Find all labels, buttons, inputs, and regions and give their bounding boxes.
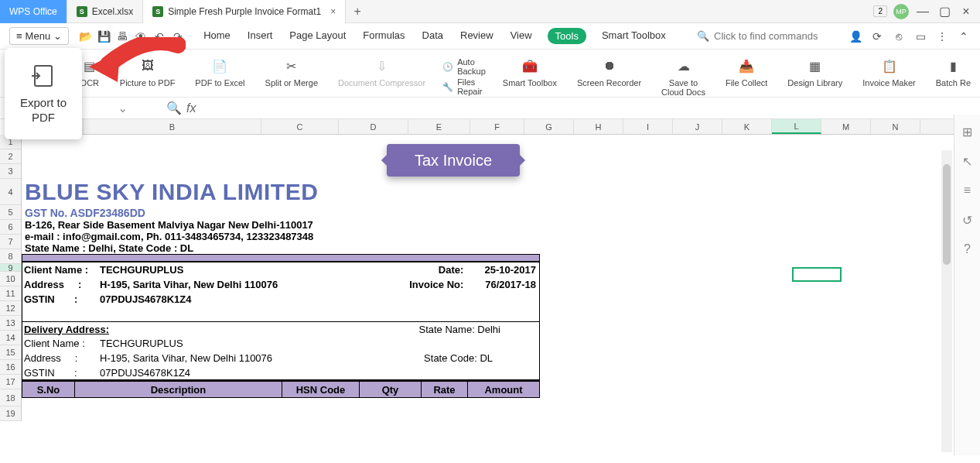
app-tab[interactable]: WPS Office: [0, 0, 67, 23]
panel-settings-icon[interactable]: ⊞: [960, 124, 975, 139]
row-header-19[interactable]: 19: [0, 406, 21, 421]
col-header-I[interactable]: I: [623, 119, 673, 134]
notification-badge[interactable]: 2: [873, 5, 887, 17]
col-header-H[interactable]: H: [574, 119, 623, 134]
open-icon[interactable]: 📂: [78, 29, 92, 43]
collect-icon: 📥: [736, 56, 756, 76]
print-icon[interactable]: 🖶: [115, 29, 129, 43]
document-compressor-button[interactable]: ⇩Document Compressor: [335, 54, 429, 89]
pdf-to-excel-button[interactable]: 📄PDF to Excel: [192, 54, 248, 89]
save-cloud-button[interactable]: ☁Save toCloud Docs: [658, 54, 709, 98]
row-header-2[interactable]: 2: [0, 149, 21, 164]
col-header-E[interactable]: E: [408, 119, 470, 134]
spreadsheet-cells[interactable]: Tax Invoice BLUE SKY INDIA LIMITED GST N…: [22, 135, 980, 421]
search-input[interactable]: [714, 30, 830, 42]
undo-icon[interactable]: ↶: [152, 29, 166, 43]
export-to-pdf-callout[interactable]: Export toPDF: [5, 48, 82, 139]
window-icon[interactable]: ▭: [913, 29, 927, 43]
row-header-15[interactable]: 15: [0, 345, 21, 360]
col-header-M[interactable]: M: [821, 119, 871, 134]
split-icon: ✂: [282, 56, 302, 76]
col-header-C[interactable]: C: [261, 119, 339, 134]
batch-button[interactable]: ▮Batch Re: [933, 54, 974, 89]
invoice-maker-button[interactable]: 📋Invoice Maker: [859, 54, 918, 89]
panel-history-icon[interactable]: ↺: [960, 212, 975, 228]
panel-filter-icon[interactable]: ≡: [960, 183, 975, 198]
ocr-icon: ▤: [80, 56, 100, 76]
col-header-B[interactable]: B: [84, 119, 261, 134]
row-header-7[interactable]: 7: [0, 235, 21, 249]
print-preview-icon[interactable]: 👁: [134, 29, 148, 43]
row-header-17[interactable]: 17: [0, 375, 21, 389]
tab-page-layout[interactable]: Page Layout: [288, 28, 347, 44]
row-header-3[interactable]: 3: [0, 164, 21, 179]
design-library-button[interactable]: ▦Design Library: [784, 54, 845, 89]
panel-select-icon[interactable]: ↖: [960, 153, 975, 169]
row-header-14[interactable]: 14: [0, 331, 21, 345]
company-state: State Name : Delhi, State Code : DL: [22, 242, 540, 254]
vertical-scrollbar[interactable]: [941, 150, 952, 452]
tab-review[interactable]: Review: [459, 28, 495, 44]
company-contact: e-mail : info@gmail.com, Ph. 011-3483465…: [22, 231, 540, 242]
chevron-down-icon: ⌄: [53, 30, 62, 42]
row-header-12[interactable]: 12: [0, 301, 21, 316]
tab-home[interactable]: Home: [202, 28, 232, 44]
toolbox-icon: 🧰: [520, 56, 540, 76]
tab-insert[interactable]: Insert: [246, 28, 275, 44]
avatar[interactable]: MP: [893, 4, 909, 19]
file-tab-2[interactable]: S Simple Fresh Purple Invoice Format1 ×: [143, 0, 346, 23]
col-header-N[interactable]: N: [871, 119, 920, 134]
app-name: WPS Office: [9, 6, 57, 17]
row-header-4[interactable]: 4: [0, 179, 21, 205]
row-header-5[interactable]: 5: [0, 205, 21, 220]
zoom-icon[interactable]: 🔍: [166, 101, 182, 115]
export-label: Export toPDF: [20, 95, 67, 125]
row-header-16[interactable]: 16: [0, 360, 21, 375]
menu-button[interactable]: ≡ Menu ⌄: [9, 27, 69, 45]
tab-view[interactable]: View: [509, 28, 534, 44]
sync-icon[interactable]: ⟳: [870, 29, 884, 43]
tab-formulas[interactable]: Formulas: [361, 28, 406, 44]
col-header-G[interactable]: G: [524, 119, 574, 134]
collapse-ribbon-icon[interactable]: ⌃: [957, 29, 971, 43]
row-header-11[interactable]: 11: [0, 286, 21, 301]
more-icon[interactable]: ⋮: [935, 29, 949, 43]
scroll-thumb[interactable]: [943, 164, 951, 265]
close-icon[interactable]: ×: [330, 6, 336, 17]
row-header-6[interactable]: 6: [0, 220, 21, 235]
smart-toolbox-button[interactable]: 🧰Smart Toolbox: [500, 54, 560, 89]
col-header-K[interactable]: K: [722, 119, 772, 134]
row-header-13[interactable]: 13: [0, 316, 21, 331]
picture-to-pdf-button[interactable]: 🖼Picture to PDF: [117, 54, 179, 89]
col-header-J[interactable]: J: [673, 119, 722, 134]
col-header-F[interactable]: F: [470, 119, 524, 134]
split-merge-button[interactable]: ✂Split or Merge: [262, 54, 321, 89]
minimize-button[interactable]: —: [915, 4, 930, 19]
panel-help-icon[interactable]: ?: [960, 242, 975, 257]
save-icon[interactable]: 💾: [97, 29, 111, 43]
name-box[interactable]: [91, 101, 116, 116]
search-icon: 🔍: [697, 30, 709, 42]
col-header-D[interactable]: D: [339, 119, 408, 134]
tab-tools[interactable]: Tools: [548, 28, 586, 44]
col-header-L[interactable]: L: [772, 119, 821, 134]
maximize-button[interactable]: ▢: [937, 4, 952, 19]
row-header-10[interactable]: 10: [0, 272, 21, 286]
redo-icon[interactable]: ↷: [171, 29, 185, 43]
row-header-18[interactable]: 18: [0, 389, 21, 406]
user-icon[interactable]: 👤: [849, 29, 862, 43]
dropdown-icon[interactable]: ⌄: [118, 101, 128, 115]
row-header-8[interactable]: 8: [0, 249, 21, 264]
file-collect-button[interactable]: 📥File Collect: [722, 54, 770, 89]
share-icon[interactable]: ⎋: [892, 29, 906, 43]
new-tab-button[interactable]: +: [346, 5, 369, 19]
tab-smart-toolbox[interactable]: Smart Toolbox: [600, 28, 668, 44]
screen-recorder-button[interactable]: ⏺Screen Recorder: [574, 54, 644, 89]
ribbon-tabs: Home Insert Page Layout Formulas Data Re…: [202, 28, 668, 44]
files-repair-button[interactable]: 🔧Files Repair: [442, 77, 486, 96]
close-button[interactable]: ×: [958, 4, 974, 19]
tab-data[interactable]: Data: [421, 28, 445, 44]
row-header-9[interactable]: 9: [0, 264, 21, 272]
file-tab-1[interactable]: S Excel.xlsx: [67, 0, 143, 23]
auto-backup-button[interactable]: 🕒Auto Backup: [442, 57, 486, 76]
